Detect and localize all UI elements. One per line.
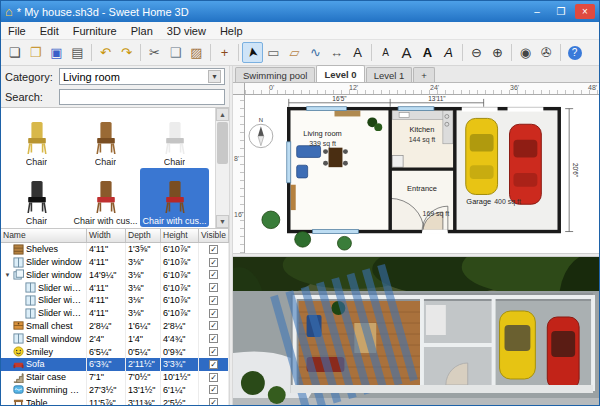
plan-fridge[interactable] xyxy=(392,155,403,167)
plan-tv-stand[interactable] xyxy=(334,111,360,117)
cut-button[interactable]: ✂ xyxy=(144,42,165,63)
plan-table[interactable] xyxy=(329,148,343,168)
menu-furniture[interactable]: Furniture xyxy=(66,25,124,37)
catalog-item-chair-3[interactable]: Chair xyxy=(2,168,71,227)
paste-button[interactable]: ▨ xyxy=(186,42,207,63)
scrollbar-thumb[interactable] xyxy=(217,122,228,164)
select-tool-button[interactable]: ➤ xyxy=(242,42,263,63)
furniture-row-slider-window-2[interactable]: ▼Slider window14'9¼"3⅛"6'10⅞"✓ xyxy=(1,269,229,282)
visible-checkbox[interactable]: ✓ xyxy=(209,360,218,369)
visible-checkbox[interactable]: ✓ xyxy=(209,398,218,405)
catalog-item-chair-with-cus-4[interactable]: Chair with cus... xyxy=(71,168,140,227)
create-polylines-button[interactable]: ∿ xyxy=(305,42,326,63)
chair-icon xyxy=(90,178,122,216)
open-button[interactable]: ❐ xyxy=(25,42,46,63)
close-button[interactable]: × xyxy=(575,4,595,19)
visible-checkbox[interactable]: ✓ xyxy=(209,270,218,279)
increase-text-size-button[interactable]: A xyxy=(396,42,417,63)
scroll-up-icon[interactable]: ▲ xyxy=(216,108,229,121)
tab-level-0[interactable]: Level 0 xyxy=(316,65,364,82)
3d-canvas[interactable] xyxy=(233,257,599,405)
catalog-item-chair-2[interactable]: Chair xyxy=(140,109,209,168)
3d-view[interactable] xyxy=(233,257,599,405)
visible-checkbox[interactable]: ✓ xyxy=(209,347,218,356)
tab-level-1[interactable]: Level 1 xyxy=(366,67,413,82)
category-dropdown[interactable]: Living room ▾ xyxy=(59,68,225,85)
column-header-name[interactable]: Name xyxy=(1,229,87,242)
help-button[interactable]: ? xyxy=(564,42,585,63)
create-walls-button[interactable]: ▭ xyxy=(263,42,284,63)
furniture-row-slider-win-5[interactable]: Slider win...4'11"3⅛"6'10⅞"✓ xyxy=(1,307,229,320)
visible-checkbox[interactable]: ✓ xyxy=(209,373,218,382)
visible-checkbox[interactable]: ✓ xyxy=(209,321,218,330)
visible-checkbox[interactable]: ✓ xyxy=(209,334,218,343)
menu-plan[interactable]: Plan xyxy=(124,25,160,37)
minimize-button[interactable]: – xyxy=(527,4,547,19)
furniture-row-stair-case-10[interactable]: Stair case7'1"7'0½"10'1½"✓ xyxy=(1,371,229,384)
new-document-button[interactable]: ❏ xyxy=(4,42,25,63)
visible-checkbox[interactable]: ✓ xyxy=(209,385,218,394)
3d-car-red[interactable] xyxy=(547,317,579,389)
copy-button[interactable]: ❑ xyxy=(165,42,186,63)
furniture-row-smiley-8[interactable]: Smiley6'5¼"0'5¼"0'9¾"✓ xyxy=(1,345,229,358)
zoom-in-button[interactable]: ⊕ xyxy=(487,42,508,63)
column-header-width[interactable]: Width xyxy=(87,229,126,242)
plan-shelves[interactable] xyxy=(291,185,296,210)
plan-armchair[interactable] xyxy=(297,165,308,178)
plan-canvas[interactable]: 16'5" 13'11" 20'6" Living room 339 sq ft… xyxy=(245,95,599,253)
maximize-button[interactable]: ❐ xyxy=(551,4,571,19)
save-button[interactable]: ▣ xyxy=(46,42,67,63)
visible-checkbox[interactable]: ✓ xyxy=(209,245,218,254)
scroll-down-icon[interactable]: ▼ xyxy=(216,215,229,228)
column-header-visible[interactable]: Visible xyxy=(199,229,229,242)
furniture-row-shelves-0[interactable]: Shelves4'11"1'3⅝"6'10⅞"✓ xyxy=(1,243,229,256)
3d-car-yellow[interactable] xyxy=(500,311,536,379)
furniture-row-slider-window-1[interactable]: Slider window4'11"3⅛"6'10⅞"✓ xyxy=(1,256,229,269)
furniture-row-sofa-9[interactable]: Sofa6'3¾"2'11½"3'3¾"✓ xyxy=(1,358,229,371)
undo-button[interactable]: ↶ xyxy=(95,42,116,63)
catalog-item-chair-0[interactable]: Chair xyxy=(2,109,71,168)
furniture-row-table-12[interactable]: Table11'5⅞"3'11⅜"2'5½"✓ xyxy=(1,396,229,405)
decrease-text-size-button[interactable]: A xyxy=(375,42,396,63)
menu-help[interactable]: Help xyxy=(213,25,250,37)
visible-checkbox[interactable]: ✓ xyxy=(209,258,218,267)
menu-file[interactable]: File xyxy=(1,25,33,37)
catalog-item-chair-with-cus-5[interactable]: Chair with cus... xyxy=(140,168,209,227)
column-header-height[interactable]: Height xyxy=(161,229,199,242)
redo-button[interactable]: ↷ xyxy=(116,42,137,63)
plan-car-red[interactable] xyxy=(510,124,542,204)
search-input[interactable] xyxy=(59,89,225,105)
furniture-row-slider-win-4[interactable]: Slider win...4'11"3⅛"6'10⅞"✓ xyxy=(1,294,229,307)
photo-button[interactable]: ◉ xyxy=(515,42,536,63)
plan-car-yellow[interactable] xyxy=(466,118,498,194)
column-header-depth[interactable]: Depth xyxy=(126,229,161,242)
zoom-out-button[interactable]: ⊖ xyxy=(466,42,487,63)
furniture-row-small-chest-6[interactable]: Small chest2'8¼"1'6¼"2'8¼"✓ xyxy=(1,320,229,333)
tab-swimming-pool[interactable]: Swimming pool xyxy=(235,67,315,82)
title-bar[interactable]: ⌂ * My house.sh3d - Sweet Home 3D – ❐ × xyxy=(1,1,599,22)
catalog-scrollbar[interactable]: ▲ ▼ xyxy=(215,108,229,228)
plan-view[interactable]: 0'12'24'36'48' 8'16' xyxy=(233,83,599,253)
video-button[interactable]: ✇ xyxy=(536,42,557,63)
italic-button[interactable]: A xyxy=(438,42,459,63)
menu-3d-view[interactable]: 3D view xyxy=(160,25,213,37)
bold-button[interactable]: A xyxy=(417,42,438,63)
collapse-icon[interactable]: ▼ xyxy=(3,272,12,278)
add-texts-button[interactable]: A xyxy=(347,42,368,63)
furniture-row-slider-win-3[interactable]: Slider win...4'11"3⅛"6'10⅞"✓ xyxy=(1,281,229,294)
furniture-row-swimming-pool-11[interactable]: Swimming pool27'3½"13'1½"6'1¼"✓ xyxy=(1,383,229,396)
catalog-item-chair-1[interactable]: Chair xyxy=(71,109,140,168)
print-button[interactable]: ▤ xyxy=(67,42,88,63)
plan-sofa[interactable] xyxy=(297,146,321,158)
add-furniture-button[interactable]: + xyxy=(214,42,235,63)
create-rooms-button[interactable]: ▱ xyxy=(284,42,305,63)
create-dimensions-button[interactable]: ↔ xyxy=(326,42,347,63)
visible-checkbox[interactable]: ✓ xyxy=(209,296,218,305)
visible-checkbox[interactable]: ✓ xyxy=(209,283,218,292)
furniture-list-body: Shelves4'11"1'3⅝"6'10⅞"✓Slider window4'1… xyxy=(1,243,229,405)
visible-checkbox[interactable]: ✓ xyxy=(209,309,218,318)
menu-edit[interactable]: Edit xyxy=(33,25,66,37)
chevron-down-icon[interactable]: ▾ xyxy=(208,70,221,83)
tab-[interactable]: + xyxy=(413,67,435,82)
furniture-row-small-window-7[interactable]: Small window2'4"1'4"4'4¾"✓ xyxy=(1,332,229,345)
